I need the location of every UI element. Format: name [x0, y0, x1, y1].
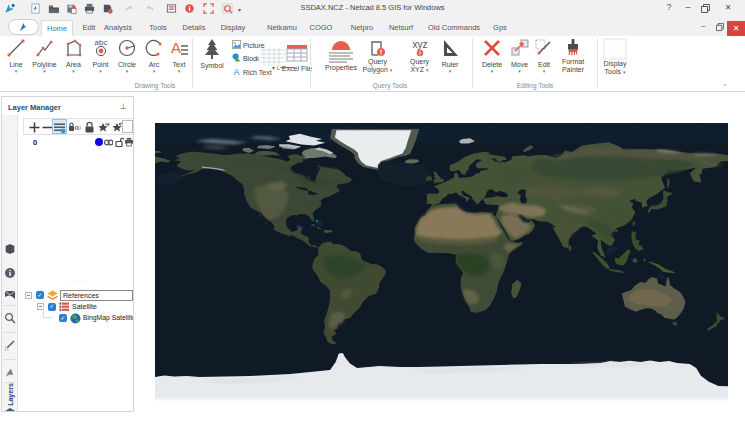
- svg-text:abc: abc: [94, 38, 107, 47]
- svg-text:A: A: [233, 67, 239, 76]
- svg-text:A: A: [171, 39, 181, 56]
- svg-text:xyz: xyz: [412, 39, 427, 50]
